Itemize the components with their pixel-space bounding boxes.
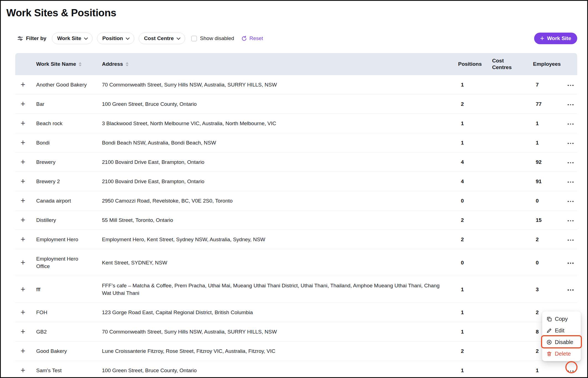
menu-item-edit[interactable]: Edit xyxy=(542,325,581,336)
plus-icon: + xyxy=(540,35,544,42)
ellipsis-icon xyxy=(568,85,574,86)
expand-row-button[interactable]: + xyxy=(19,327,27,336)
header-cost-centres: Cost Centres xyxy=(488,57,529,71)
work-site-address: 55 Mill Street, Toronto, Ontario xyxy=(102,217,173,223)
plus-icon: + xyxy=(21,327,25,336)
plus-icon: + xyxy=(21,216,25,224)
header-employees-label: Employees xyxy=(533,61,561,67)
table-row: + Sam's Test 100 Green Street, Bruce Cou… xyxy=(15,361,577,378)
plus-icon: + xyxy=(21,347,25,355)
filter-sliders-icon xyxy=(17,35,23,41)
work-site-name: FOH xyxy=(36,309,47,315)
row-actions-button[interactable] xyxy=(566,196,575,205)
row-actions-button[interactable] xyxy=(566,366,575,375)
header-address[interactable]: Address xyxy=(97,61,454,67)
ellipsis-icon xyxy=(568,220,574,222)
row-actions-button[interactable] xyxy=(566,177,575,186)
work-site-address: Bondi Beach NSW, Australia, Bondi Beach,… xyxy=(102,140,216,146)
add-work-site-button[interactable]: + Work Site xyxy=(534,33,577,44)
plus-icon: + xyxy=(21,235,25,244)
menu-item-copy[interactable]: Copy xyxy=(542,313,581,325)
employees-count: 0 xyxy=(536,260,539,266)
show-disabled-checkbox[interactable] xyxy=(191,36,197,41)
expand-row-button[interactable]: + xyxy=(19,366,27,375)
ellipsis-icon xyxy=(568,240,574,241)
expand-row-button[interactable]: + xyxy=(19,285,27,294)
table-header-row: Work Site Name Address Positions Cost Ce… xyxy=(15,53,577,75)
work-site-name: Distillery xyxy=(36,217,56,223)
positions-count: 1 xyxy=(461,368,464,373)
ellipsis-icon xyxy=(568,143,574,144)
expand-row-button[interactable]: + xyxy=(19,216,27,225)
position-filter-label: Position xyxy=(102,35,123,41)
plus-icon: + xyxy=(21,308,25,317)
expand-row-button[interactable]: + xyxy=(19,80,27,89)
header-positions-label: Positions xyxy=(458,61,482,67)
employees-count: 2 xyxy=(536,348,539,354)
expand-row-button[interactable]: + xyxy=(19,196,27,205)
expand-row-button[interactable]: + xyxy=(19,258,27,267)
expand-row-button[interactable]: + xyxy=(19,177,27,186)
expand-row-button[interactable]: + xyxy=(19,347,27,356)
work-site-name: fff xyxy=(36,287,40,292)
cost-centre-filter-dropdown[interactable]: Cost Centre xyxy=(139,33,185,44)
plus-icon: + xyxy=(21,196,25,205)
filter-bar: Filter by Work Site Position Cost Centre… xyxy=(15,33,577,44)
expand-row-button[interactable]: + xyxy=(19,99,27,109)
expand-row-button[interactable]: + xyxy=(19,119,27,128)
row-actions-button[interactable] xyxy=(566,158,575,166)
table-row: + Distillery 55 Mill Street, Toronto, On… xyxy=(15,211,577,230)
work-site-address: 70 Commonwealth Street, Surry Hills NSW,… xyxy=(102,82,277,88)
positions-count: 0 xyxy=(461,260,464,266)
header-employees: Employees xyxy=(529,61,564,67)
row-actions-button[interactable] xyxy=(566,80,575,89)
work-site-name: GB2 xyxy=(36,329,47,335)
row-actions-button[interactable] xyxy=(566,258,575,267)
work-site-name: Sam's Test xyxy=(36,368,62,373)
expand-row-button[interactable]: + xyxy=(19,138,27,147)
edit-pencil-icon xyxy=(546,328,552,334)
plus-icon: + xyxy=(21,138,25,147)
expand-row-button[interactable]: + xyxy=(19,308,27,317)
header-positions: Positions xyxy=(454,61,488,67)
table-row: + Brewery 2100 Bovaird Drive East, Bramp… xyxy=(15,153,577,172)
work-site-name: Employment Hero Office xyxy=(36,256,78,269)
table-row: + GB2 70 Commonwealth Street, Surry Hill… xyxy=(15,322,577,342)
employees-count: 8 xyxy=(536,329,539,335)
plus-icon: + xyxy=(21,285,25,294)
table-row: + Another Good Bakery 70 Commonwealth St… xyxy=(15,75,577,95)
table-row: + fff FFF’s cafe – Matcha & Coffee, Prem… xyxy=(15,276,577,303)
reset-label: Reset xyxy=(249,35,263,41)
position-filter-dropdown[interactable]: Position xyxy=(97,33,134,44)
row-actions-button[interactable] xyxy=(566,119,575,128)
row-actions-button[interactable] xyxy=(566,100,575,108)
table-row: + Canada airport 2950 Camozzi Road, Reve… xyxy=(15,191,577,211)
plus-icon: + xyxy=(21,99,25,108)
expand-row-button[interactable]: + xyxy=(19,158,27,167)
show-disabled-control: Show disabled xyxy=(191,35,234,41)
work-site-name: Brewery 2 xyxy=(36,179,60,184)
positions-count: 1 xyxy=(461,287,464,292)
chevron-down-icon xyxy=(126,36,130,40)
chevron-down-icon xyxy=(177,36,180,40)
table-row: + Employment Hero Employment Hero, Kent … xyxy=(15,230,577,249)
row-actions-button[interactable] xyxy=(566,235,575,244)
row-actions-button[interactable] xyxy=(566,216,575,224)
header-work-site-name[interactable]: Work Site Name xyxy=(31,61,97,67)
filter-by-label: Filter by xyxy=(26,35,46,41)
page-title: Work Sites & Positions xyxy=(6,7,587,19)
row-actions-button[interactable] xyxy=(566,138,575,147)
row-actions-button[interactable] xyxy=(566,285,575,294)
menu-item-disable[interactable]: Disable xyxy=(542,336,581,348)
header-address-label: Address xyxy=(102,61,123,67)
reset-filters-button[interactable]: Reset xyxy=(241,35,263,41)
expand-row-button[interactable]: + xyxy=(19,235,27,244)
employees-count: 3 xyxy=(536,287,539,292)
plus-icon: + xyxy=(21,366,25,375)
positions-count: 1 xyxy=(461,82,464,88)
plus-icon: + xyxy=(21,258,25,267)
work-site-name: Beach rock xyxy=(36,120,62,126)
table-row: + Brewery 2 2100 Bovaird Drive East, Bra… xyxy=(15,172,577,191)
work-site-filter-dropdown[interactable]: Work Site xyxy=(52,33,93,44)
menu-item-delete[interactable]: Delete xyxy=(542,348,581,359)
